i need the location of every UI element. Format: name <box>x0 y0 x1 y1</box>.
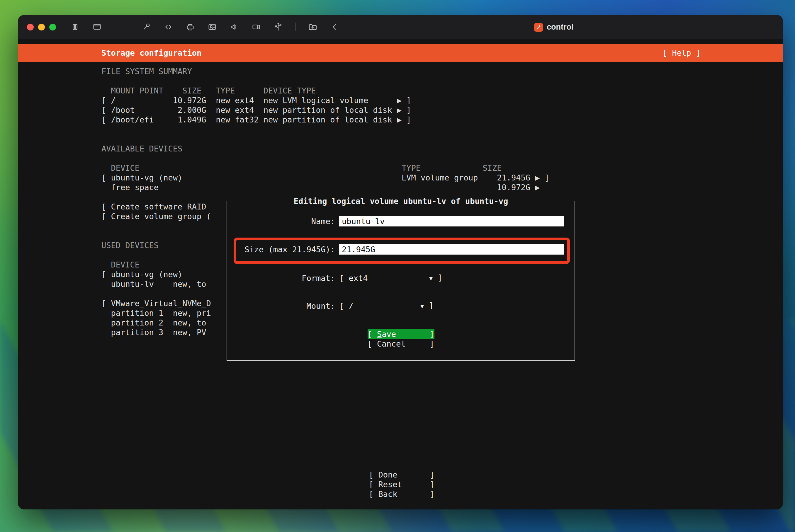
mount-row: Mount: [ / ▼ ] <box>227 301 575 311</box>
cancel-button-text: [ Cancel <box>368 339 406 348</box>
section-title-available-devices: AVAILABLE DEVICES <box>101 144 549 153</box>
printer-icon[interactable] <box>185 22 195 32</box>
wrench-icon[interactable] <box>141 22 151 32</box>
name-row: Name: <box>227 216 575 226</box>
device-row-free-space[interactable]: free space 10.972G ▶ <box>101 183 549 192</box>
help-button[interactable]: [ Help ] <box>663 48 701 58</box>
save-button-text: [ Save <box>368 329 396 339</box>
reset-button-text: [ Reset <box>369 479 402 489</box>
available-devices-column-headers: DEVICE TYPE SIZE <box>101 163 549 173</box>
dialog-title: Editing logical volume ubuntu-lv of ubun… <box>289 196 513 206</box>
installer-header-bar: Storage configuration [ Help ] <box>18 44 783 62</box>
blank-line <box>101 76 549 86</box>
cancel-button[interactable]: [ Cancel ] <box>368 339 435 348</box>
mount-label: Mount: <box>227 301 335 311</box>
chevron-left-icon[interactable] <box>330 22 340 32</box>
mount-value: [ / <box>339 301 353 311</box>
fs-row-boot-efi[interactable]: [ /boot/efi 1.049G new fat32 new partiti… <box>101 115 549 125</box>
usb-branch-icon[interactable] <box>273 22 283 32</box>
folder-share-icon[interactable] <box>308 22 318 32</box>
format-label: Format: <box>227 273 335 283</box>
app-icon <box>534 23 543 32</box>
toolbar <box>70 22 340 32</box>
chevron-down-icon: ▼ <box>420 303 424 310</box>
name-input[interactable] <box>339 216 564 226</box>
installer-screen: Storage configuration [ Help ] FILE SYST… <box>18 39 783 509</box>
size-label: Size (max 21.945G): <box>227 245 335 254</box>
back-button[interactable]: [ Back ] <box>369 489 435 499</box>
fs-row-root[interactable]: [ / 10.972G new ext4 new LVM logical vol… <box>101 95 549 105</box>
back-button-text: [ Back <box>369 489 398 499</box>
done-button[interactable]: [ Done ] <box>369 470 435 479</box>
size-input[interactable] <box>339 244 564 254</box>
video-camera-icon[interactable] <box>251 22 261 32</box>
format-dropdown[interactable]: [ ext4 ▼ ] <box>339 273 442 283</box>
format-value: [ ext4 <box>339 273 368 283</box>
titlebar: control <box>18 15 783 39</box>
size-field-wrap <box>339 244 564 254</box>
format-row: Format: [ ext4 ▼ ] <box>227 273 575 283</box>
mount-caret-group: ▼ ] <box>420 301 433 311</box>
blank-line <box>101 134 549 144</box>
chevron-down-icon: ▼ <box>429 275 433 282</box>
vm-window: control Storage configuration [ Help ] F… <box>18 15 783 509</box>
size-row: Size (max 21.945G): <box>227 244 575 254</box>
reset-button[interactable]: [ Reset ] <box>369 479 435 489</box>
close-button[interactable] <box>27 24 34 31</box>
display-window-icon[interactable] <box>92 22 102 32</box>
fs-row-boot[interactable]: [ /boot 2.000G new ext4 new partition of… <box>101 105 549 115</box>
name-label: Name: <box>227 216 335 226</box>
sidebar-columns-icon[interactable] <box>70 22 80 32</box>
code-brackets-icon[interactable] <box>163 22 173 32</box>
footer-buttons: [ Done ] [ Reset ] [ Back ] <box>369 470 435 499</box>
blank-line <box>101 125 549 134</box>
section-title-file-system-summary: FILE SYSTEM SUMMARY <box>101 66 549 76</box>
format-caret-group: ▼ ] <box>429 273 442 283</box>
speaker-icon[interactable] <box>229 22 239 32</box>
user-badge-icon[interactable] <box>207 22 217 32</box>
toolbar-separator <box>295 22 296 31</box>
device-row-ubuntu-vg[interactable]: [ ubuntu-vg (new) LVM volume group 21.94… <box>101 173 549 183</box>
name-field-wrap <box>339 216 564 226</box>
fs-summary-column-headers: MOUNT POINT SIZE TYPE DEVICE TYPE <box>101 86 549 95</box>
traffic-lights <box>27 24 56 31</box>
mount-dropdown[interactable]: [ / ▼ ] <box>339 301 433 311</box>
window-title-group: control <box>534 15 574 39</box>
minimize-button[interactable] <box>38 24 45 31</box>
save-button[interactable]: [ Save ] <box>368 329 435 339</box>
done-button-text: [ Done <box>369 470 398 479</box>
window-title: control <box>547 22 574 32</box>
page-title: Storage configuration <box>101 48 201 58</box>
zoom-button[interactable] <box>49 24 56 31</box>
blank-line <box>101 153 549 163</box>
edit-logical-volume-dialog: Editing logical volume ubuntu-lv of ubun… <box>227 201 575 361</box>
